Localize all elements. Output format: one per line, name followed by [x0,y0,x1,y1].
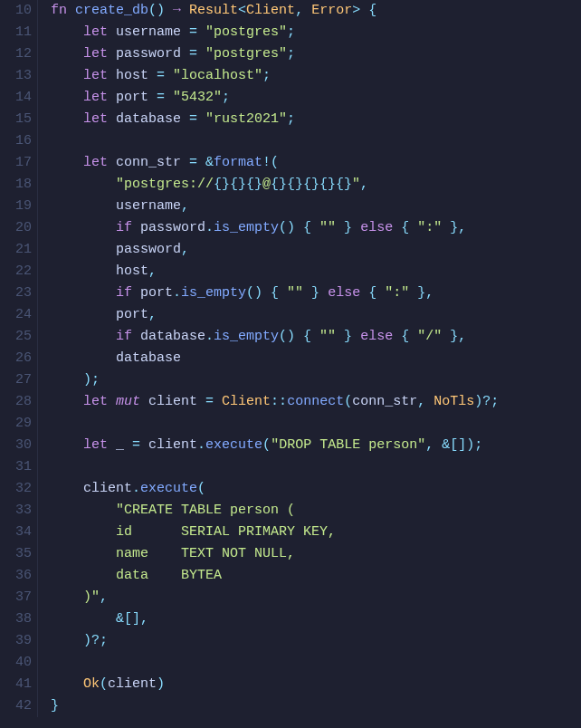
token: ; [262,68,271,83]
token: ); [83,372,100,388]
token: } [303,285,328,301]
token: mut [116,394,140,409]
token [51,676,83,692]
token [140,394,148,409]
token: = [181,111,205,127]
code-line: let host = "localhost"; [51,65,581,87]
code-line: let conn_str = &format!( [51,152,581,174]
token: = [148,90,173,105]
token: }, [442,329,466,344]
token [51,329,116,344]
token: < [238,3,246,18]
line-number: 27 [0,369,32,391]
token: "CREATE TABLE person ( [116,503,295,518]
token: . [132,481,140,496]
token: }, [409,285,433,301]
code-line: let port = "5432"; [51,87,581,109]
token: ; [222,90,230,105]
token: ) [83,633,91,648]
code-area[interactable]: fn create_db() → Result<Client, Error> {… [38,0,581,717]
line-number: 31 [0,456,32,478]
token: , [100,589,108,605]
token: () { [279,220,319,235]
token: () [148,3,173,18]
token: = [148,68,173,83]
token: let [83,111,116,127]
token: conn_str [116,155,181,170]
code-line: Ok(client) [51,674,581,695]
token: let [83,394,116,409]
token: } [336,329,360,344]
code-line: "postgres://{}{}{}@{}{}{}{}{}", [51,174,581,196]
token: ? [91,633,100,648]
token [51,177,116,192]
line-number: 16 [0,130,32,152]
token: Client [246,3,295,18]
line-number: 20 [0,217,32,239]
token: client [108,676,157,692]
line-number: 35 [0,543,32,565]
token: is_empty [214,329,279,344]
token [51,503,116,518]
token: { [393,329,417,344]
token: connect [287,394,344,409]
code-line: ); [51,369,581,391]
token: else [360,329,393,344]
token: if [116,285,140,301]
token: { [393,220,417,235]
token: "localhost" [173,68,262,83]
token: username [116,24,181,40]
line-number: 23 [0,283,32,304]
token: fn [51,3,75,18]
token: Error [311,3,352,18]
token [51,263,116,279]
token: is_empty [214,220,279,235]
line-number: 37 [0,587,32,608]
token: ":" [417,220,442,235]
token: {}{}{} [214,177,262,192]
line-number: 13 [0,65,32,87]
token: . [205,220,214,235]
token [51,68,83,83]
token: client [148,394,197,409]
token: ; [491,394,499,409]
line-number: 11 [0,22,32,43]
token: {}{}{}{}{} [271,177,352,192]
token: & [116,611,124,627]
token: port [140,285,173,301]
token: format [214,155,262,170]
token: = [197,394,222,409]
token: ":" [385,285,409,301]
token [51,350,116,366]
code-line: let mut client = Client::connect(conn_st… [51,391,581,413]
line-number: 40 [0,652,32,674]
token: "postgres:// [116,177,214,192]
line-number: 25 [0,326,32,348]
token: ) [157,676,165,692]
token: ( [344,394,352,409]
token: "rust2021" [205,111,287,127]
token: "5432" [173,90,222,105]
token: ? [482,394,491,409]
line-number: 10 [0,0,32,22]
token: " [352,177,360,192]
token [51,220,116,235]
token: "postgres" [205,24,287,40]
token: > { [352,3,376,18]
token [51,437,83,453]
code-line: if password.is_empty() { "" } else { ":"… [51,217,581,239]
token [51,611,116,627]
line-number: 36 [0,565,32,587]
code-line: let username = "postgres"; [51,22,581,43]
code-line [51,456,581,478]
token [51,24,83,40]
line-number: 24 [0,304,32,326]
token: name TEXT NOT NULL, [116,546,295,561]
token: password [116,242,181,257]
token [51,568,116,583]
token [51,242,116,257]
token: , [148,307,157,322]
token: "" [319,220,336,235]
token [51,155,83,170]
token [51,307,116,322]
